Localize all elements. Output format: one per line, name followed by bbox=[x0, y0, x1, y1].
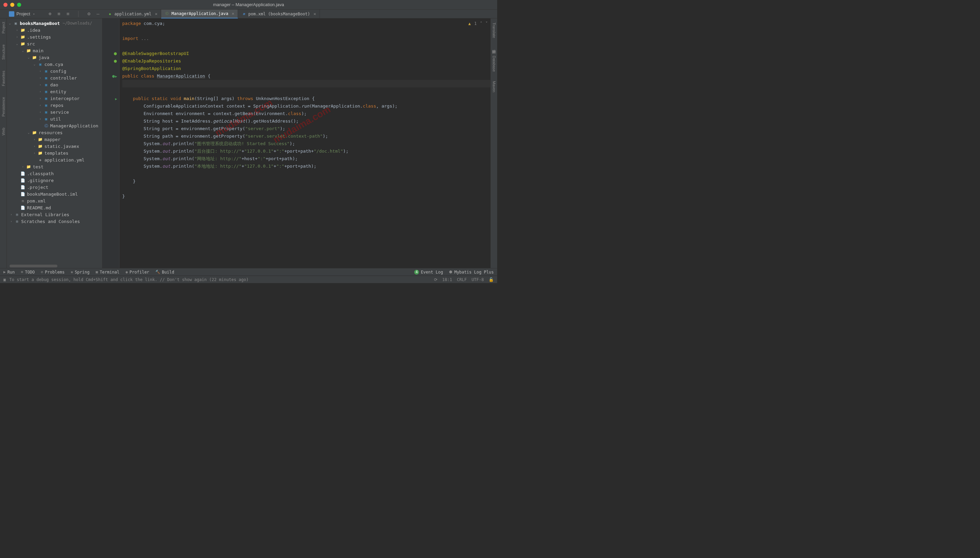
code-line[interactable]: String path = environment.getProperty("s… bbox=[122, 133, 490, 140]
tree-node[interactable]: ›📁.settings bbox=[7, 33, 102, 40]
code-line[interactable] bbox=[122, 87, 490, 95]
gutter-row[interactable] bbox=[102, 140, 119, 148]
tree-arrow-icon[interactable]: › bbox=[39, 117, 42, 121]
gutter-row[interactable] bbox=[102, 193, 119, 200]
tree-node[interactable]: ›▣config bbox=[7, 67, 102, 74]
tree-node[interactable]: ⌄📁java bbox=[7, 54, 102, 61]
tree-node[interactable]: ›▣service bbox=[7, 108, 102, 115]
tool-window-tab[interactable]: Web bbox=[2, 126, 5, 137]
tree-arrow-icon[interactable]: › bbox=[39, 69, 42, 73]
gutter-row[interactable] bbox=[102, 177, 119, 185]
prev-highlight-icon[interactable]: ˄ bbox=[480, 20, 482, 27]
code-line[interactable]: import ... bbox=[122, 35, 490, 42]
tool-window-button[interactable]: 4Event Log bbox=[414, 270, 443, 274]
code-line[interactable]: } bbox=[122, 177, 490, 185]
tool-window-button[interactable]: ⊘Problems bbox=[41, 270, 64, 274]
chevron-down-icon[interactable]: ▾ bbox=[33, 12, 34, 16]
gutter-row[interactable] bbox=[102, 170, 119, 177]
tree-node[interactable]: 📄README.md bbox=[7, 204, 102, 211]
tree-arrow-icon[interactable]: ⌄ bbox=[33, 62, 36, 66]
code-line[interactable]: } bbox=[122, 193, 490, 200]
tree-node[interactable]: ⌄📁main bbox=[7, 47, 102, 54]
project-view-icon[interactable] bbox=[9, 11, 14, 17]
tool-window-tab[interactable]: Maven bbox=[492, 79, 496, 94]
tree-arrow-icon[interactable]: › bbox=[39, 83, 42, 86]
gutter-row[interactable]: ⬢▶ bbox=[102, 72, 119, 80]
tool-window-button[interactable]: ⬢Mybatis Log Plus bbox=[449, 270, 494, 274]
horizontal-scrollbar[interactable] bbox=[10, 265, 57, 268]
gutter-row[interactable] bbox=[102, 42, 119, 50]
settings-icon[interactable]: ⚙ bbox=[87, 11, 90, 17]
tree-arrow-icon[interactable]: › bbox=[15, 28, 19, 32]
code-line[interactable] bbox=[122, 42, 490, 50]
gutter-row[interactable] bbox=[102, 65, 119, 72]
tree-node[interactable]: 📄.gitignore bbox=[7, 177, 102, 184]
code-line[interactable]: public class ManagerApplication { bbox=[122, 72, 490, 80]
tree-arrow-icon[interactable]: ⌄ bbox=[21, 49, 25, 52]
tree-node[interactable]: mpom.xml bbox=[7, 197, 102, 204]
tree-arrow-icon[interactable]: ⌄ bbox=[27, 131, 30, 134]
editor-tab[interactable]: ⒸManagerApplication.java× bbox=[161, 10, 238, 18]
tree-node[interactable]: ›▣controller bbox=[7, 74, 102, 81]
gutter-row[interactable] bbox=[102, 35, 119, 42]
code-line[interactable]: System.out.println("图书管理系统启动成功! Started … bbox=[122, 140, 490, 148]
tree-arrow-icon[interactable]: › bbox=[33, 151, 36, 155]
tool-window-tab[interactable]: 翻译 bbox=[492, 45, 497, 49]
close-tab-icon[interactable]: × bbox=[155, 11, 157, 16]
tree-node[interactable]: ›📁test bbox=[7, 163, 102, 170]
tree-node[interactable]: ›⊞External Libraries bbox=[7, 211, 102, 218]
tree-arrow-icon[interactable]: › bbox=[15, 35, 19, 39]
code-line[interactable]: public static void main(String[] args) t… bbox=[122, 95, 490, 102]
tree-node[interactable]: ›📁static.javaex bbox=[7, 143, 102, 149]
tree-arrow-icon[interactable]: › bbox=[39, 103, 42, 107]
gutter-row[interactable] bbox=[102, 155, 119, 162]
gutter-row[interactable] bbox=[102, 20, 119, 27]
code-line[interactable]: Environment environment = context.getBea… bbox=[122, 110, 490, 118]
code-line[interactable]: @EnableSwaggerBootstrapUI bbox=[122, 50, 490, 57]
tree-node[interactable]: ⌄📁src bbox=[7, 40, 102, 47]
tool-window-tab[interactable]: Favorites bbox=[2, 69, 5, 88]
collapse-all-icon[interactable]: ≡ bbox=[67, 11, 69, 17]
expand-all-icon[interactable]: ≡ bbox=[57, 11, 60, 17]
tool-window-button[interactable]: ▣Terminal bbox=[96, 270, 119, 274]
tree-node[interactable]: 📄booksManageBoot.iml bbox=[7, 190, 102, 197]
tree-arrow-icon[interactable]: ⌄ bbox=[15, 42, 19, 46]
tool-window-tab[interactable]: Project bbox=[2, 20, 5, 36]
gutter-row[interactable] bbox=[102, 148, 119, 155]
minimize-window-button[interactable] bbox=[10, 3, 14, 7]
tree-arrow-icon[interactable]: › bbox=[39, 76, 42, 80]
tool-window-tab[interactable]: Database bbox=[492, 54, 496, 74]
gutter-row[interactable] bbox=[102, 125, 119, 133]
tree-arrow-icon[interactable]: › bbox=[39, 97, 42, 100]
gutter-row[interactable] bbox=[102, 27, 119, 35]
tree-node[interactable]: ›▣entity bbox=[7, 88, 102, 95]
spring-bean-icon[interactable]: ⬢ bbox=[114, 59, 117, 64]
gutter-row[interactable] bbox=[102, 110, 119, 118]
close-window-button[interactable] bbox=[3, 3, 8, 7]
tree-node[interactable]: ⒸManagerApplication bbox=[7, 122, 102, 129]
maximize-window-button[interactable] bbox=[17, 3, 21, 7]
gutter-row[interactable] bbox=[102, 185, 119, 193]
gutter-row[interactable] bbox=[102, 162, 119, 170]
close-tab-icon[interactable]: × bbox=[313, 11, 316, 16]
cursor-position[interactable]: 18:1 bbox=[442, 277, 452, 282]
line-separator[interactable]: CRLF bbox=[457, 277, 467, 282]
tool-window-button[interactable]: ≡TODO bbox=[21, 270, 35, 274]
code-line[interactable]: @EnableJpaRepositories bbox=[122, 57, 490, 65]
gutter-row[interactable] bbox=[102, 118, 119, 125]
editor-content[interactable]: ▲ 1 ˄ ˅ mudaima.com mudaima.com package … bbox=[120, 18, 490, 268]
code-line[interactable]: System.out.println("后台接口: http://"+"127.… bbox=[122, 148, 490, 155]
background-tasks-icon[interactable]: ⟳ bbox=[434, 277, 438, 282]
next-highlight-icon[interactable]: ˅ bbox=[485, 20, 488, 27]
spring-bean-icon[interactable]: ⬢ bbox=[114, 52, 117, 56]
tree-arrow-icon[interactable]: › bbox=[39, 90, 42, 93]
tree-arrow-icon[interactable]: › bbox=[21, 165, 25, 168]
tree-node[interactable]: ⌄📁resources bbox=[7, 129, 102, 136]
code-line[interactable] bbox=[122, 27, 490, 35]
tree-node[interactable]: 📄.classpath bbox=[7, 170, 102, 177]
code-line[interactable] bbox=[122, 185, 490, 193]
tree-arrow-icon[interactable]: › bbox=[39, 110, 42, 114]
editor-tab[interactable]: ◆application.yml× bbox=[104, 10, 161, 18]
code-line[interactable]: System.out.println("本地地址: http://"+"127.… bbox=[122, 162, 490, 170]
hide-icon[interactable]: — bbox=[97, 11, 99, 17]
